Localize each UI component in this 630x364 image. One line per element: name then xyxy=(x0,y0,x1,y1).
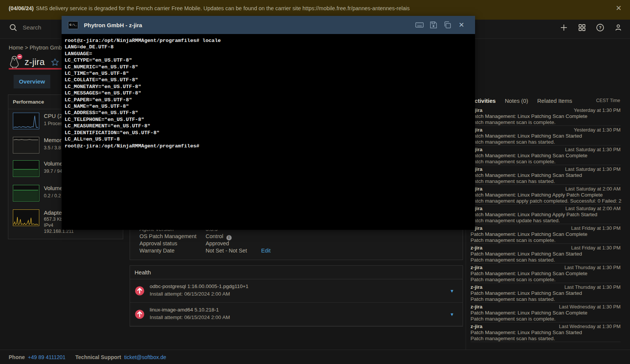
tab-related-items[interactable]: Related Items xyxy=(537,98,572,104)
activity-title: Patch Management: Linux Patching Scan St… xyxy=(471,251,582,257)
os-patch-value: Controli xyxy=(206,233,232,240)
activity-title: Patch Management: Linux Patching Scan St… xyxy=(471,330,582,335)
activity-timestamp: Last Thursday at 1:30 PM xyxy=(564,284,621,290)
terminal-line: LC_IDENTIFICATION="en_US.UTF-8" xyxy=(65,130,472,136)
terminal-line: LC_MESSAGES="en_US.UTF-8" xyxy=(65,90,472,96)
activity-entry: z-jira Last Saturday at 2:00 AM Patch Ma… xyxy=(471,204,621,224)
activity-timestamp: Last Friday at 1:30 PM xyxy=(571,225,621,231)
activity-description: Patch management apply patch completed. … xyxy=(471,198,621,204)
activity-title: Patch Management: Linux Patching Scan Co… xyxy=(471,153,587,158)
phone-label: Phone xyxy=(9,354,25,360)
volume1-sparkline xyxy=(13,160,39,177)
activity-title: Patch Management: Linux Patching Apply P… xyxy=(471,192,603,198)
activity-title: Patch Management: Linux Patching Apply P… xyxy=(471,212,597,217)
activity-device-name: z-jira xyxy=(471,265,483,270)
volume1-label: Volume xyxy=(44,160,63,167)
detail-row-os-patch: OS Patch Management Controli xyxy=(139,233,197,239)
page-footer: Phone +49 89 4111201 Technical Support t… xyxy=(0,350,630,364)
user-icon[interactable] xyxy=(613,23,623,33)
activity-timestamp: Last Wednesday at 1:30 PM xyxy=(559,304,621,310)
info-icon[interactable]: i xyxy=(226,235,232,240)
activity-entry: z-jira Last Saturday at 1:30 PM Patch Ma… xyxy=(471,146,621,165)
update-alert-icon xyxy=(135,309,145,321)
help-icon[interactable]: ? xyxy=(595,23,605,33)
health-item: odbc-postgresql 1:16.00.0005-1.pgdg110+1… xyxy=(130,279,463,303)
activity-entry: z-jira Last Friday at 1:30 PM Patch Mana… xyxy=(471,224,621,244)
device-name: z-jira xyxy=(25,57,45,67)
add-icon[interactable] xyxy=(559,23,569,33)
health-install-attempt: Install attempt: 06/15/2024 2:00 AM xyxy=(150,291,230,297)
adapter-sparkline xyxy=(13,209,39,226)
terminal-line: LC_ALL=en_US.UTF-8 xyxy=(65,136,472,143)
metric-memory[interactable]: Memory 3.5 / 3.8 G xyxy=(13,137,66,153)
activity-description: Patch management scan is complete. xyxy=(471,316,556,322)
banner-message-text: SMS delivery service is degraded for the… xyxy=(36,5,410,11)
volume1-detail: 39.7 / 94. xyxy=(44,169,63,174)
activity-timestamp: Last Saturday at 2:00 AM xyxy=(565,206,621,211)
save-icon[interactable] xyxy=(429,20,438,29)
terminal-line: root@z-jira:/opt/NinjaRMMAgent/programfi… xyxy=(65,37,472,44)
activities-list: z-jira Yesterday at 1:30 PM Patch Manage… xyxy=(471,106,621,342)
header-actions: ? xyxy=(559,23,623,33)
activity-description: Patch management scan has started. xyxy=(471,296,555,302)
activity-entry: z-jira Last Friday at 1:30 PM Patch Mana… xyxy=(471,244,621,263)
metric-volume-1[interactable]: Volume 39.7 / 94. xyxy=(13,160,63,177)
activity-description: Patch management scan is complete. xyxy=(471,277,556,282)
tab-notes[interactable]: Notes (0) xyxy=(505,98,528,104)
activity-entry: z-jira Last Wednesday at 1:30 PM Patch M… xyxy=(471,322,621,342)
activity-entry: z-jira Last Thursday at 1:30 PM Patch Ma… xyxy=(471,263,621,283)
activity-timestamp: Yesterday at 1:30 PM xyxy=(574,127,621,133)
approval-value: Approved xyxy=(206,240,229,246)
support-email-link[interactable]: ticket@softbox.de xyxy=(124,354,166,360)
expand-chevron-icon[interactable]: ▼ xyxy=(450,312,454,317)
terminal-close-icon[interactable]: ✕ xyxy=(457,20,466,29)
activity-timestamp: Last Saturday at 1:30 PM xyxy=(565,166,621,172)
update-alert-icon xyxy=(135,286,145,297)
tab-overview[interactable]: Overview xyxy=(14,75,50,88)
activities-tabs: Activities Notes (0) Related Items xyxy=(471,98,572,104)
terminal-actions: ✕ xyxy=(415,16,466,34)
breadcrumb[interactable]: Home > Phytron GmbH xyxy=(9,45,66,51)
warranty-edit-link[interactable]: Edit xyxy=(261,248,271,254)
metric-cpu[interactable]: CPU (2%) 1 Processor xyxy=(13,113,70,129)
banner-close-icon[interactable]: ✕ xyxy=(614,4,623,13)
activity-title: Patch Management: Linux Patching Scan St… xyxy=(471,290,582,296)
activity-title: Patch Management: Linux Patching Scan Co… xyxy=(471,113,587,119)
activity-title: Patch Management: Linux Patching Scan Co… xyxy=(471,271,587,276)
terminal-line: LANG=de_DE.UTF-8 xyxy=(65,44,472,50)
copy-icon[interactable] xyxy=(443,20,452,29)
keyboard-icon[interactable] xyxy=(415,20,424,29)
terminal-app-icon xyxy=(68,21,78,29)
activity-device-name: z-jira xyxy=(471,245,483,251)
activity-entry: z-jira Yesterday at 1:30 PM Patch Manage… xyxy=(471,126,621,146)
activity-description: Patch management scan is complete. xyxy=(471,159,556,164)
metric-volume-2[interactable]: Volume 0.2 / 0.2 G xyxy=(13,185,66,201)
terminal-titlebar[interactable]: Phytron GmbH - z-jira ✕ xyxy=(62,16,475,34)
expand-chevron-icon[interactable]: ▼ xyxy=(450,288,454,294)
activity-description: Patch management scan has started. xyxy=(471,139,555,145)
activity-timestamp: Last Saturday at 2:00 AM xyxy=(565,186,621,192)
health-item: linux-image-amd64 5.10.218-1 Install att… xyxy=(130,303,463,326)
search-icon xyxy=(9,23,17,32)
svg-text:?: ? xyxy=(599,25,602,30)
activity-entry: z-jira Yesterday at 1:30 PM Patch Manage… xyxy=(471,106,621,126)
terminal-output[interactable]: root@z-jira:/opt/NinjaRMMAgent/programfi… xyxy=(62,34,475,230)
app-window: (04/06/24)SMS delivery service is degrad… xyxy=(0,0,630,364)
search-input[interactable]: Search xyxy=(9,23,41,32)
volume2-sparkline xyxy=(13,185,39,201)
phone-link[interactable]: +49 89 4111201 xyxy=(28,354,66,360)
activity-description: Patch management scan is complete. xyxy=(471,237,556,243)
terminal-line: LC_PAPER="en_US.UTF-8" xyxy=(65,97,472,103)
linux-tux-icon xyxy=(9,56,21,68)
terminal-title: Phytron GmbH - z-jira xyxy=(84,22,142,28)
terminal-line: LC_NAME="en_US.UTF-8" xyxy=(65,103,472,110)
health-panel: Health odbc-postgresql 1:16.00.0005-1.pg… xyxy=(130,265,463,327)
activity-entry: z-jira Last Saturday at 1:30 PM Patch Ma… xyxy=(471,165,621,185)
activity-entry: z-jira Last Thursday at 1:30 PM Patch Ma… xyxy=(471,283,621,303)
support-label: Technical Support xyxy=(75,354,121,360)
activity-timestamp: Yesterday at 1:30 PM xyxy=(574,107,621,113)
favorite-star-icon[interactable] xyxy=(51,58,59,67)
activity-description: Patch management scan has started. xyxy=(471,336,555,341)
memory-sparkline xyxy=(13,137,39,153)
apps-grid-icon[interactable] xyxy=(577,23,587,33)
